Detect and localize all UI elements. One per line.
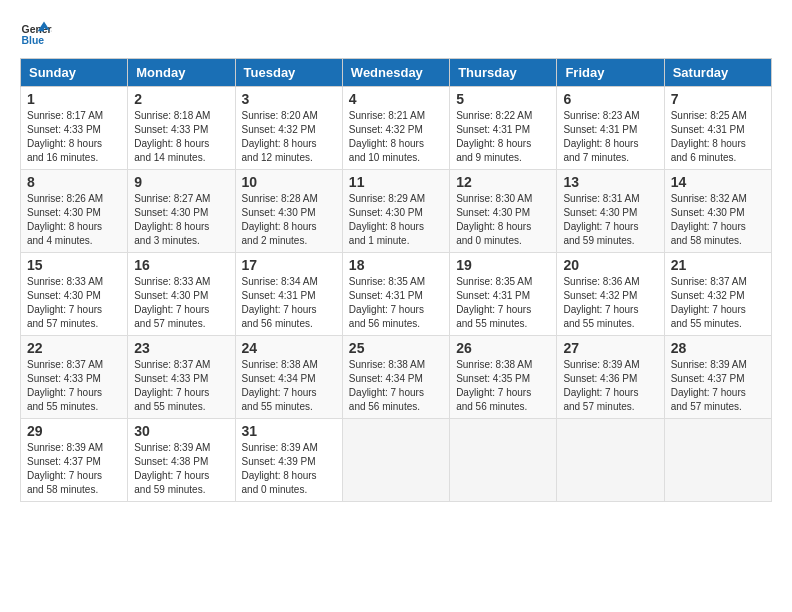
day-info: Sunrise: 8:36 AM Sunset: 4:32 PM Dayligh… <box>563 275 657 331</box>
day-info: Sunrise: 8:38 AM Sunset: 4:35 PM Dayligh… <box>456 358 550 414</box>
calendar-week-row: 22 Sunrise: 8:37 AM Sunset: 4:33 PM Dayl… <box>21 336 772 419</box>
calendar-cell: 10 Sunrise: 8:28 AM Sunset: 4:30 PM Dayl… <box>235 170 342 253</box>
calendar-cell: 11 Sunrise: 8:29 AM Sunset: 4:30 PM Dayl… <box>342 170 449 253</box>
day-info: Sunrise: 8:37 AM Sunset: 4:33 PM Dayligh… <box>134 358 228 414</box>
day-number: 3 <box>242 91 336 107</box>
calendar-cell: 7 Sunrise: 8:25 AM Sunset: 4:31 PM Dayli… <box>664 87 771 170</box>
day-number: 6 <box>563 91 657 107</box>
day-number: 5 <box>456 91 550 107</box>
day-number: 22 <box>27 340 121 356</box>
calendar-cell: 30 Sunrise: 8:39 AM Sunset: 4:38 PM Dayl… <box>128 419 235 502</box>
day-info: Sunrise: 8:38 AM Sunset: 4:34 PM Dayligh… <box>242 358 336 414</box>
calendar-cell: 8 Sunrise: 8:26 AM Sunset: 4:30 PM Dayli… <box>21 170 128 253</box>
calendar-table: SundayMondayTuesdayWednesdayThursdayFrid… <box>20 58 772 502</box>
day-number: 24 <box>242 340 336 356</box>
calendar-week-row: 29 Sunrise: 8:39 AM Sunset: 4:37 PM Dayl… <box>21 419 772 502</box>
calendar-week-row: 1 Sunrise: 8:17 AM Sunset: 4:33 PM Dayli… <box>21 87 772 170</box>
day-number: 10 <box>242 174 336 190</box>
day-info: Sunrise: 8:22 AM Sunset: 4:31 PM Dayligh… <box>456 109 550 165</box>
calendar-cell: 15 Sunrise: 8:33 AM Sunset: 4:30 PM Dayl… <box>21 253 128 336</box>
calendar-cell: 20 Sunrise: 8:36 AM Sunset: 4:32 PM Dayl… <box>557 253 664 336</box>
day-info: Sunrise: 8:20 AM Sunset: 4:32 PM Dayligh… <box>242 109 336 165</box>
day-number: 29 <box>27 423 121 439</box>
day-number: 30 <box>134 423 228 439</box>
day-number: 9 <box>134 174 228 190</box>
day-number: 28 <box>671 340 765 356</box>
logo: General Blue <box>20 20 52 48</box>
day-info: Sunrise: 8:39 AM Sunset: 4:37 PM Dayligh… <box>671 358 765 414</box>
day-info: Sunrise: 8:17 AM Sunset: 4:33 PM Dayligh… <box>27 109 121 165</box>
calendar-cell: 26 Sunrise: 8:38 AM Sunset: 4:35 PM Dayl… <box>450 336 557 419</box>
calendar-cell: 28 Sunrise: 8:39 AM Sunset: 4:37 PM Dayl… <box>664 336 771 419</box>
day-number: 1 <box>27 91 121 107</box>
calendar-cell <box>664 419 771 502</box>
calendar-cell <box>557 419 664 502</box>
calendar-cell: 23 Sunrise: 8:37 AM Sunset: 4:33 PM Dayl… <box>128 336 235 419</box>
day-info: Sunrise: 8:26 AM Sunset: 4:30 PM Dayligh… <box>27 192 121 248</box>
calendar-cell: 24 Sunrise: 8:38 AM Sunset: 4:34 PM Dayl… <box>235 336 342 419</box>
header-thursday: Thursday <box>450 59 557 87</box>
header-monday: Monday <box>128 59 235 87</box>
day-number: 8 <box>27 174 121 190</box>
day-info: Sunrise: 8:35 AM Sunset: 4:31 PM Dayligh… <box>456 275 550 331</box>
day-info: Sunrise: 8:39 AM Sunset: 4:37 PM Dayligh… <box>27 441 121 497</box>
day-info: Sunrise: 8:29 AM Sunset: 4:30 PM Dayligh… <box>349 192 443 248</box>
calendar-cell: 14 Sunrise: 8:32 AM Sunset: 4:30 PM Dayl… <box>664 170 771 253</box>
calendar-cell: 2 Sunrise: 8:18 AM Sunset: 4:33 PM Dayli… <box>128 87 235 170</box>
calendar-cell <box>342 419 449 502</box>
day-info: Sunrise: 8:32 AM Sunset: 4:30 PM Dayligh… <box>671 192 765 248</box>
day-info: Sunrise: 8:30 AM Sunset: 4:30 PM Dayligh… <box>456 192 550 248</box>
day-number: 19 <box>456 257 550 273</box>
day-number: 7 <box>671 91 765 107</box>
day-info: Sunrise: 8:18 AM Sunset: 4:33 PM Dayligh… <box>134 109 228 165</box>
calendar-cell: 27 Sunrise: 8:39 AM Sunset: 4:36 PM Dayl… <box>557 336 664 419</box>
calendar-cell: 12 Sunrise: 8:30 AM Sunset: 4:30 PM Dayl… <box>450 170 557 253</box>
calendar-cell: 3 Sunrise: 8:20 AM Sunset: 4:32 PM Dayli… <box>235 87 342 170</box>
calendar-cell: 4 Sunrise: 8:21 AM Sunset: 4:32 PM Dayli… <box>342 87 449 170</box>
day-number: 25 <box>349 340 443 356</box>
day-info: Sunrise: 8:34 AM Sunset: 4:31 PM Dayligh… <box>242 275 336 331</box>
calendar-cell: 19 Sunrise: 8:35 AM Sunset: 4:31 PM Dayl… <box>450 253 557 336</box>
page-header: General Blue <box>20 20 772 48</box>
day-number: 2 <box>134 91 228 107</box>
day-info: Sunrise: 8:35 AM Sunset: 4:31 PM Dayligh… <box>349 275 443 331</box>
day-info: Sunrise: 8:37 AM Sunset: 4:32 PM Dayligh… <box>671 275 765 331</box>
day-number: 11 <box>349 174 443 190</box>
day-info: Sunrise: 8:39 AM Sunset: 4:36 PM Dayligh… <box>563 358 657 414</box>
day-number: 17 <box>242 257 336 273</box>
day-number: 20 <box>563 257 657 273</box>
day-number: 21 <box>671 257 765 273</box>
calendar-header-row: SundayMondayTuesdayWednesdayThursdayFrid… <box>21 59 772 87</box>
calendar-cell: 29 Sunrise: 8:39 AM Sunset: 4:37 PM Dayl… <box>21 419 128 502</box>
calendar-cell: 17 Sunrise: 8:34 AM Sunset: 4:31 PM Dayl… <box>235 253 342 336</box>
day-number: 31 <box>242 423 336 439</box>
day-info: Sunrise: 8:38 AM Sunset: 4:34 PM Dayligh… <box>349 358 443 414</box>
header-sunday: Sunday <box>21 59 128 87</box>
header-saturday: Saturday <box>664 59 771 87</box>
calendar-week-row: 15 Sunrise: 8:33 AM Sunset: 4:30 PM Dayl… <box>21 253 772 336</box>
day-info: Sunrise: 8:33 AM Sunset: 4:30 PM Dayligh… <box>134 275 228 331</box>
day-info: Sunrise: 8:39 AM Sunset: 4:39 PM Dayligh… <box>242 441 336 497</box>
calendar-cell: 31 Sunrise: 8:39 AM Sunset: 4:39 PM Dayl… <box>235 419 342 502</box>
day-number: 15 <box>27 257 121 273</box>
header-friday: Friday <box>557 59 664 87</box>
logo-icon: General Blue <box>20 20 52 48</box>
day-number: 4 <box>349 91 443 107</box>
calendar-cell: 9 Sunrise: 8:27 AM Sunset: 4:30 PM Dayli… <box>128 170 235 253</box>
calendar-cell <box>450 419 557 502</box>
calendar-cell: 22 Sunrise: 8:37 AM Sunset: 4:33 PM Dayl… <box>21 336 128 419</box>
day-number: 16 <box>134 257 228 273</box>
day-number: 13 <box>563 174 657 190</box>
calendar-cell: 6 Sunrise: 8:23 AM Sunset: 4:31 PM Dayli… <box>557 87 664 170</box>
day-info: Sunrise: 8:21 AM Sunset: 4:32 PM Dayligh… <box>349 109 443 165</box>
svg-text:Blue: Blue <box>22 35 45 46</box>
header-tuesday: Tuesday <box>235 59 342 87</box>
day-info: Sunrise: 8:25 AM Sunset: 4:31 PM Dayligh… <box>671 109 765 165</box>
header-wednesday: Wednesday <box>342 59 449 87</box>
calendar-cell: 25 Sunrise: 8:38 AM Sunset: 4:34 PM Dayl… <box>342 336 449 419</box>
calendar-week-row: 8 Sunrise: 8:26 AM Sunset: 4:30 PM Dayli… <box>21 170 772 253</box>
day-number: 12 <box>456 174 550 190</box>
day-info: Sunrise: 8:33 AM Sunset: 4:30 PM Dayligh… <box>27 275 121 331</box>
day-number: 26 <box>456 340 550 356</box>
calendar-cell: 13 Sunrise: 8:31 AM Sunset: 4:30 PM Dayl… <box>557 170 664 253</box>
